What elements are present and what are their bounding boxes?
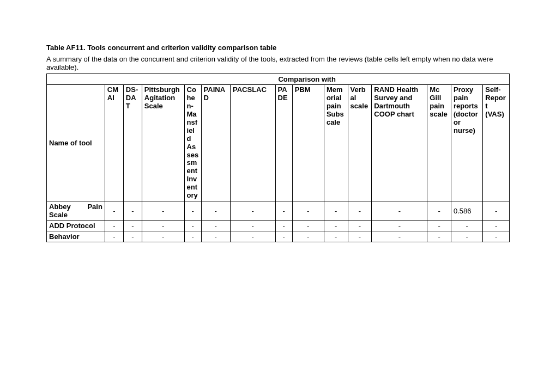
cell: - xyxy=(451,231,483,242)
cell: - xyxy=(123,220,142,231)
cell: - xyxy=(372,220,427,231)
cell: - xyxy=(372,231,427,242)
cell: - xyxy=(184,220,201,231)
cell: - xyxy=(201,231,230,242)
table-row: ADD Protocol - - - - - - - - - - - - - - xyxy=(47,220,510,231)
cell: - xyxy=(142,231,184,242)
col-header-self: Self-Report (VAS) xyxy=(483,85,510,201)
row-label: ADD Protocol xyxy=(47,220,105,231)
comparison-table: Comparison with Name of tool CMAI DS-DAT… xyxy=(46,74,510,242)
cell: - xyxy=(324,220,348,231)
cell: - xyxy=(123,231,142,242)
col-header-pade: PADE xyxy=(275,85,292,201)
cell: - xyxy=(231,201,276,220)
cell: - xyxy=(184,231,201,242)
cell: - xyxy=(275,220,292,231)
cell: - xyxy=(427,220,451,231)
cell: - xyxy=(372,201,427,220)
cell: - xyxy=(231,220,276,231)
row-label: Behavior xyxy=(47,231,105,242)
col-header-cmai: CMAI xyxy=(105,85,123,201)
table-summary: A summary of the data on the concurrent … xyxy=(46,55,510,71)
col-header-painad: PAINAD xyxy=(201,85,230,201)
cell: - xyxy=(123,201,142,220)
table-title: Table AF11. Tools concurrent and criteri… xyxy=(46,44,510,52)
col-header-cohen: Cohen-Mansfield Assessment Inventory xyxy=(184,85,201,201)
cell: - xyxy=(348,201,372,220)
cell: - xyxy=(201,201,230,220)
cell: - xyxy=(348,231,372,242)
col-header-verbal: Verbal scale xyxy=(348,85,372,201)
cell: - xyxy=(451,220,483,231)
col-header-pbm: PBM xyxy=(292,85,324,201)
cell: - xyxy=(292,201,324,220)
cell: - xyxy=(483,201,510,220)
col-header-proxy: Proxy pain reports (doctor or nurse) xyxy=(451,85,483,201)
cell: - xyxy=(292,231,324,242)
cell: - xyxy=(292,220,324,231)
cell: - xyxy=(427,201,451,220)
empty-cell xyxy=(47,74,105,85)
cell: - xyxy=(427,231,451,242)
cell: - xyxy=(231,231,276,242)
table-row: Abbey Pain Scale - - - - - - - - - - - -… xyxy=(47,201,510,220)
row-label: Abbey Pain Scale xyxy=(47,201,105,220)
cell: - xyxy=(105,201,123,220)
cell: - xyxy=(142,220,184,231)
comparison-with-header: Comparison with xyxy=(105,74,509,85)
cell: - xyxy=(105,220,123,231)
cell: - xyxy=(201,220,230,231)
col-header-pittsburgh: Pittsburgh Agitation Scale xyxy=(142,85,184,201)
col-header-pacslac: PACSLAC xyxy=(231,85,276,201)
col-header-dsdat: DS-DAT xyxy=(123,85,142,201)
cell: - xyxy=(184,201,201,220)
cell: - xyxy=(348,220,372,231)
cell: - xyxy=(105,231,123,242)
col-header-mcgill: Mc Gill pain scale xyxy=(427,85,451,201)
cell: - xyxy=(324,231,348,242)
cell: 0.586 xyxy=(451,201,483,220)
col-header-memorial: Memorial pain Subscale xyxy=(324,85,348,201)
cell: - xyxy=(275,231,292,242)
row-header-name-of-tool: Name of tool xyxy=(47,85,105,201)
table-row: Comparison with xyxy=(47,74,510,85)
table-row: Name of tool CMAI DS-DAT Pittsburgh Agit… xyxy=(47,85,510,201)
cell: - xyxy=(275,201,292,220)
col-header-rand: RAND Health Survey and Dartmouth COOP ch… xyxy=(372,85,427,201)
table-row: Behavior - - - - - - - - - - - - - - xyxy=(47,231,510,242)
cell: - xyxy=(142,201,184,220)
cell: - xyxy=(483,220,510,231)
cell: - xyxy=(324,201,348,220)
cell: - xyxy=(483,231,510,242)
